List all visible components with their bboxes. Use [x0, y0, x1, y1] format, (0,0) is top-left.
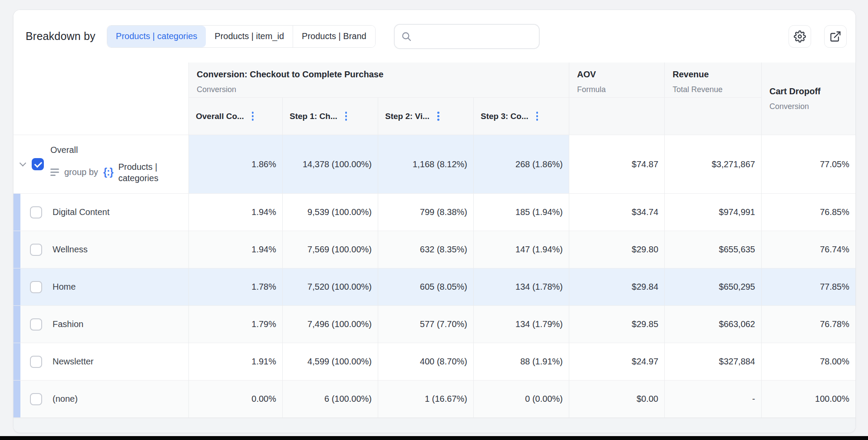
cell-cart-dropoff: 76.78%: [762, 306, 855, 343]
column-group-conversion-funnel: Conversion: Checkout to Complete Purchas…: [189, 63, 569, 98]
cart-dropoff-subtitle: Conversion: [769, 102, 855, 111]
cell-revenue: $663,062: [665, 306, 762, 343]
row-checkbox[interactable]: [30, 281, 42, 293]
cell-overall-conversion: 1.94%: [189, 194, 283, 231]
column-revenue: Revenue Total Revenue: [665, 63, 762, 98]
cell-step-1: 7,569 (100.00%): [283, 231, 378, 268]
step-3-label: Step 3: Co...: [481, 112, 528, 121]
row-label-cell[interactable]: Newsletter: [13, 343, 189, 380]
overall-label: Overall: [50, 145, 168, 155]
cell-revenue: $655,635: [665, 231, 762, 268]
cell-step-1: 9,539 (100.00%): [283, 194, 378, 231]
row-label-cell[interactable]: Wellness: [13, 231, 189, 268]
step-2-label: Step 2: Vi...: [385, 112, 429, 121]
group-by-line: group by {:} Products | categories: [50, 161, 168, 184]
cell-step-3: 88 (1.91%): [474, 343, 569, 380]
row-label: Digital Content: [53, 207, 109, 217]
cell-aov: $29.84: [569, 268, 665, 306]
row-label-cell[interactable]: Digital Content: [13, 194, 189, 231]
cell-step-3: 0 (0.00%): [474, 380, 569, 418]
breakdown-card: Breakdown by Products | categoriesProduc…: [13, 10, 856, 433]
group-by-value: Products | categories: [118, 161, 168, 184]
open-in-new-button[interactable]: [824, 25, 847, 48]
table-footer: [13, 418, 855, 433]
cell-overall-conversion: 0.00%: [189, 380, 283, 418]
row-accent-bar: [13, 306, 20, 343]
row-label: Wellness: [53, 245, 88, 255]
column-menu-kebab-icon[interactable]: [535, 111, 539, 122]
cell-revenue: $650,295: [665, 268, 762, 306]
row-label: (none): [53, 394, 78, 404]
cell-step-1: 14,378 (100.00%): [283, 135, 378, 194]
cell-step-3: 134 (1.79%): [474, 306, 569, 343]
cell-aov: $0.00: [569, 380, 665, 418]
cell-step-2: 1 (16.67%): [378, 380, 474, 418]
conversion-group-subtitle: Conversion: [197, 85, 569, 94]
property-braces-icon: {:}: [103, 166, 113, 178]
cell-cart-dropoff: 100.00%: [762, 380, 855, 418]
cell-step-3: 134 (1.78%): [474, 268, 569, 306]
column-step-2: Step 2: Vi...: [378, 98, 474, 135]
column-menu-kebab-icon[interactable]: [251, 111, 255, 122]
cell-revenue: -: [665, 380, 762, 418]
cell-step-2: 400 (8.70%): [378, 343, 474, 380]
tab-products-categories[interactable]: Products | categories: [107, 26, 206, 47]
revenue-subheader-cell: [665, 98, 762, 135]
header-corner-cell: [13, 63, 189, 135]
aov-subtitle: Formula: [577, 85, 664, 94]
cell-cart-dropoff: 76.85%: [762, 194, 855, 231]
cell-revenue: $327,884: [665, 343, 762, 380]
cell-step-2: 605 (8.05%): [378, 268, 474, 306]
overall-row-label-cell[interactable]: Overall group by {:} Products | categori…: [13, 135, 189, 194]
cart-dropoff-title: Cart Dropoff: [769, 86, 855, 96]
tab-products-brand[interactable]: Products | Brand: [293, 26, 375, 47]
step-1-label: Step 1: Ch...: [290, 112, 337, 121]
aov-title: AOV: [577, 69, 664, 79]
bottom-screen-edge: [0, 436, 868, 440]
cell-overall-conversion: 1.78%: [189, 268, 283, 306]
row-label-cell[interactable]: Home: [13, 268, 189, 306]
group-by-text: group by: [64, 167, 98, 177]
search-input[interactable]: [416, 31, 533, 41]
row-checkbox[interactable]: [30, 318, 42, 331]
column-menu-kebab-icon[interactable]: [344, 111, 348, 122]
external-link-icon: [829, 30, 842, 43]
row-checkbox[interactable]: [30, 356, 42, 368]
revenue-title: Revenue: [673, 69, 761, 79]
row-label: Fashion: [53, 319, 83, 329]
row-checkbox[interactable]: [30, 244, 42, 256]
column-aov: AOV Formula: [569, 63, 665, 98]
search-box[interactable]: [394, 24, 540, 49]
cell-step-1: 7,496 (100.00%): [283, 306, 378, 343]
column-step-1: Step 1: Ch...: [283, 98, 378, 135]
aov-subheader-cell: [569, 98, 665, 135]
row-label-cell[interactable]: (none): [13, 380, 189, 418]
cell-cart-dropoff: 78.00%: [762, 343, 855, 380]
column-cart-dropoff: Cart Dropoff Conversion: [762, 63, 855, 135]
cell-step-2: 577 (7.70%): [378, 306, 474, 343]
cell-step-1: 7,520 (100.00%): [283, 268, 378, 306]
tab-products-item-id[interactable]: Products | item_id: [206, 26, 293, 47]
row-checkbox[interactable]: [30, 393, 42, 405]
row-label: Home: [53, 282, 76, 292]
cell-step-3: 268 (1.86%): [474, 135, 569, 194]
cell-aov: $29.85: [569, 306, 665, 343]
cell-aov: $24.97: [569, 343, 665, 380]
column-menu-kebab-icon[interactable]: [436, 111, 440, 122]
search-icon: [401, 31, 412, 42]
chevron-down-icon[interactable]: [20, 160, 26, 167]
cell-overall-conversion: 1.91%: [189, 343, 283, 380]
list-lines-icon: [50, 169, 59, 176]
column-step-3: Step 3: Co...: [474, 98, 569, 135]
settings-button[interactable]: [789, 25, 811, 48]
row-checkbox[interactable]: [30, 206, 42, 218]
cell-step-3: 147 (1.94%): [474, 231, 569, 268]
overall-checkbox[interactable]: [32, 158, 44, 170]
breakdown-by-title: Breakdown by: [26, 30, 96, 43]
cell-step-2: 1,168 (8.12%): [378, 135, 474, 194]
column-overall-conversion: Overall Co...: [189, 98, 283, 135]
revenue-subtitle: Total Revenue: [673, 85, 761, 94]
row-label-cell[interactable]: Fashion: [13, 306, 189, 343]
breakdown-tabs: Products | categoriesProducts | item_idP…: [107, 25, 376, 48]
cell-aov: $34.74: [569, 194, 665, 231]
